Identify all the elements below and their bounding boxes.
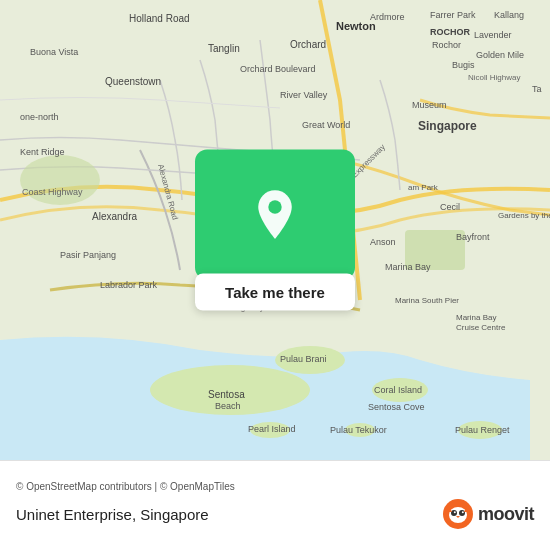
svg-text:Anson: Anson <box>370 237 396 247</box>
moovit-text: moovit <box>478 504 534 525</box>
svg-text:Coast Highway: Coast Highway <box>22 187 83 197</box>
svg-text:Tanglin: Tanglin <box>208 43 240 54</box>
svg-text:Lavender: Lavender <box>474 30 512 40</box>
svg-point-60 <box>451 510 457 516</box>
svg-text:Pearl Island: Pearl Island <box>248 424 296 434</box>
green-location-box <box>195 150 355 280</box>
take-me-there-container: Take me there <box>195 150 355 311</box>
svg-text:Kallang: Kallang <box>494 10 524 20</box>
svg-text:Pulau Renget: Pulau Renget <box>455 425 510 435</box>
svg-text:ROCHOR: ROCHOR <box>430 27 470 37</box>
svg-text:River Valley: River Valley <box>280 90 328 100</box>
svg-text:Pulau Tekukor: Pulau Tekukor <box>330 425 387 435</box>
svg-text:Ardmore: Ardmore <box>370 12 405 22</box>
svg-point-9 <box>20 155 100 205</box>
bottom-bar: Uninet Enterprise, Singapore moovit <box>16 498 534 530</box>
svg-point-63 <box>462 511 464 513</box>
svg-point-59 <box>449 507 467 523</box>
svg-text:Kent Ridge: Kent Ridge <box>20 147 65 157</box>
svg-text:Golden Mile: Golden Mile <box>476 50 524 60</box>
bottom-card: © OpenStreetMap contributors | © OpenMap… <box>0 460 550 550</box>
svg-text:Coral Island: Coral Island <box>374 385 422 395</box>
svg-text:Nicoll Highway: Nicoll Highway <box>468 73 520 82</box>
svg-text:Farrer Park: Farrer Park <box>430 10 476 20</box>
svg-text:Cecil: Cecil <box>440 202 460 212</box>
svg-text:Orchard Boulevard: Orchard Boulevard <box>240 64 316 74</box>
svg-point-62 <box>454 511 456 513</box>
svg-text:Ta: Ta <box>532 84 542 94</box>
svg-point-57 <box>268 200 281 213</box>
svg-text:Museum: Museum <box>412 100 447 110</box>
svg-text:Bayfront: Bayfront <box>456 232 490 242</box>
svg-text:Great World: Great World <box>302 120 350 130</box>
svg-text:Sentosa Cove: Sentosa Cove <box>368 402 425 412</box>
svg-text:Marina Bay: Marina Bay <box>385 262 431 272</box>
svg-text:one-north: one-north <box>20 112 59 122</box>
map-attribution: © OpenStreetMap contributors | © OpenMap… <box>16 481 534 492</box>
svg-text:Singapore: Singapore <box>418 119 477 133</box>
svg-text:Buona Vista: Buona Vista <box>30 47 78 57</box>
svg-text:Pasir Panjang: Pasir Panjang <box>60 250 116 260</box>
moovit-icon <box>442 498 474 530</box>
svg-text:Bugis: Bugis <box>452 60 475 70</box>
svg-text:Beach: Beach <box>215 401 241 411</box>
place-name: Uninet Enterprise, Singapore <box>16 506 209 523</box>
svg-point-61 <box>459 510 465 516</box>
svg-text:Marina Bay: Marina Bay <box>456 313 496 322</box>
moovit-logo[interactable]: moovit <box>442 498 534 530</box>
svg-text:Holland Road: Holland Road <box>129 13 190 24</box>
svg-text:am Park: am Park <box>408 183 439 192</box>
svg-text:Cruise Centre: Cruise Centre <box>456 323 506 332</box>
svg-text:Labrador Park: Labrador Park <box>100 280 158 290</box>
svg-text:Rochor: Rochor <box>432 40 461 50</box>
take-me-there-button[interactable]: Take me there <box>195 274 355 311</box>
svg-text:Sentosa: Sentosa <box>208 389 245 400</box>
location-pin-icon <box>249 189 301 241</box>
map-container: Holland Road Newton Ardmore Tanglin Orch… <box>0 0 550 460</box>
svg-text:Orchard: Orchard <box>290 39 326 50</box>
svg-text:Queenstown: Queenstown <box>105 76 161 87</box>
svg-text:Pulau Brani: Pulau Brani <box>280 354 327 364</box>
svg-text:Alexandra: Alexandra <box>92 211 137 222</box>
svg-text:Gardens by the: Gardens by the <box>498 211 550 220</box>
svg-text:Marina South Pier: Marina South Pier <box>395 296 459 305</box>
